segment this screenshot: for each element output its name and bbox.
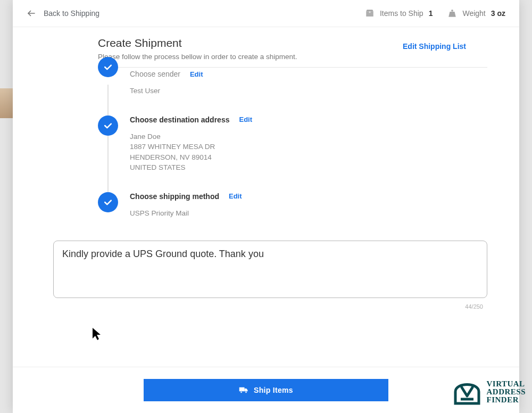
ship-items-button[interactable]: Ship Items <box>144 379 388 401</box>
destination-name: Jane Doe <box>130 131 487 142</box>
step-choose-sender: Choose sender Edit Test User <box>98 64 487 115</box>
edit-destination-link[interactable]: Edit <box>239 115 252 123</box>
weight-value: 3 oz <box>491 9 505 18</box>
note-char-counter: 44/250 <box>13 303 483 310</box>
page-title: Create Shipment <box>98 37 297 49</box>
step-choose-shipping-method: Choose shipping method Edit USPS Priorit… <box>98 192 487 222</box>
watermark-line1: VIRTUAL <box>486 380 526 388</box>
step-title: Choose shipping method <box>130 192 219 201</box>
destination-city: HENDERSON, NV 89014 <box>130 152 487 163</box>
check-circle-icon <box>98 192 118 212</box>
ship-button-label: Ship Items <box>254 386 293 394</box>
step-connector <box>107 136 109 192</box>
create-shipment-modal: Back to Shipping Items to Ship 1 Weight … <box>13 0 519 413</box>
items-to-ship-stat: Items to Ship 1 <box>365 9 433 18</box>
content-area: Create Shipment Please follow the proces… <box>13 27 519 221</box>
svg-point-3 <box>240 391 242 393</box>
step-body: Jane Doe 1887 WHITNEY MESA DR HENDERSON,… <box>130 131 487 173</box>
step-title: Choose sender <box>130 70 180 78</box>
weight-label: Weight <box>462 9 485 18</box>
arrow-left-icon <box>27 9 36 18</box>
virtual-address-finder-watermark: VIRTUAL ADDRESS FINDER <box>452 375 526 409</box>
check-circle-icon <box>98 115 118 136</box>
topbar: Back to Shipping Items to Ship 1 Weight … <box>13 0 519 27</box>
shipment-note-input[interactable] <box>53 241 487 298</box>
step-body: Test User <box>130 86 487 96</box>
box-icon <box>365 9 375 18</box>
edit-sender-link[interactable]: Edit <box>190 70 203 78</box>
watermark-line2: ADDRESS <box>486 388 526 396</box>
svg-point-2 <box>452 10 454 12</box>
shipping-method-value: USPS Priority Mail <box>130 208 487 219</box>
topbar-stats: Items to Ship 1 Weight 3 oz <box>365 9 505 18</box>
header-row: Create Shipment Please follow the proces… <box>98 37 487 68</box>
svg-rect-1 <box>369 11 370 13</box>
truck-icon <box>239 386 248 394</box>
step-body: USPS Priority Mail <box>130 208 487 219</box>
svg-point-4 <box>245 391 247 393</box>
back-to-shipping-button[interactable]: Back to Shipping <box>27 9 99 18</box>
steps-list: Choose sender Edit Test User Choose dest… <box>98 64 487 221</box>
weight-stat: Weight 3 oz <box>447 9 505 18</box>
edit-shipping-method-link[interactable]: Edit <box>229 192 242 200</box>
watermark-line3: FINDER <box>486 396 526 404</box>
vaf-logo-text: VIRTUAL ADDRESS FINDER <box>486 380 526 404</box>
back-label: Back to Shipping <box>44 9 99 18</box>
destination-country: UNITED STATES <box>130 162 487 173</box>
vaf-logo-icon <box>452 375 482 409</box>
note-area <box>53 241 487 300</box>
footer: Ship Items <box>13 367 519 401</box>
step-connector <box>107 85 109 115</box>
items-count: 1 <box>429 9 433 18</box>
weight-icon <box>447 9 457 18</box>
items-label: Items to Ship <box>380 9 423 18</box>
background-peek <box>0 88 13 118</box>
page-subtitle: Please follow the process bellow in orde… <box>98 53 297 61</box>
check-circle-icon <box>98 57 118 77</box>
destination-street: 1887 WHITNEY MESA DR <box>130 142 487 152</box>
step-title: Choose destination address <box>130 115 229 124</box>
step-choose-destination: Choose destination address Edit Jane Doe… <box>98 115 487 192</box>
sender-name: Test User <box>130 86 487 96</box>
edit-shipping-list-link[interactable]: Edit Shipping List <box>403 42 466 51</box>
